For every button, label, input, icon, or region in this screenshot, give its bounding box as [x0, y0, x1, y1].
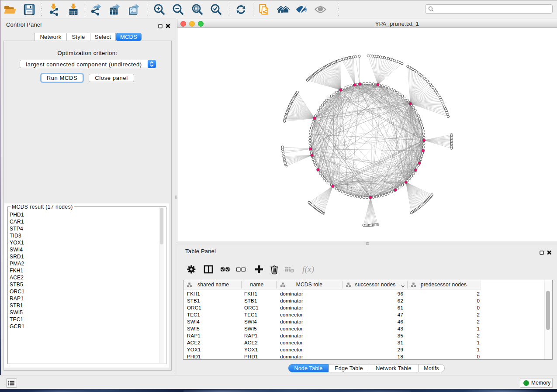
svg-text:f(x): f(x) [302, 265, 314, 274]
